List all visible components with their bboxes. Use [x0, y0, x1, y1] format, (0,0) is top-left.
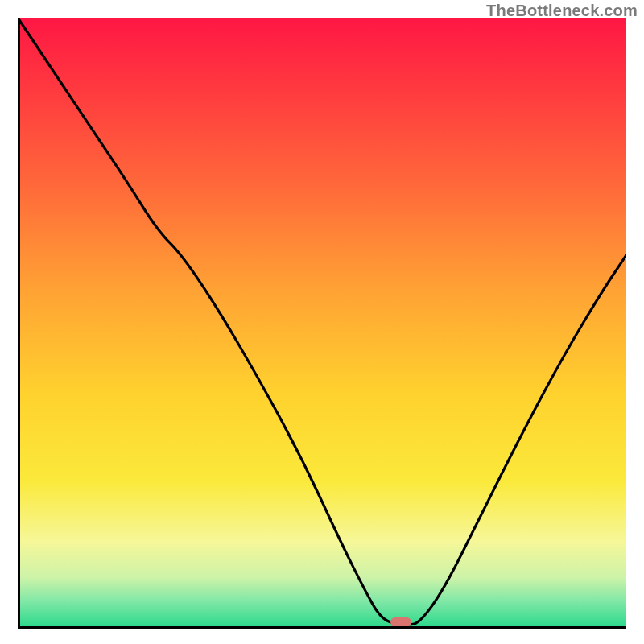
bottleneck-curve [18, 18, 626, 626]
plot-area [18, 18, 626, 626]
chart-container: TheBottleneck.com [0, 0, 644, 644]
optimal-marker [390, 617, 411, 626]
x-axis [18, 626, 626, 629]
y-axis [18, 18, 20, 626]
watermark-text: TheBottleneck.com [486, 2, 638, 20]
